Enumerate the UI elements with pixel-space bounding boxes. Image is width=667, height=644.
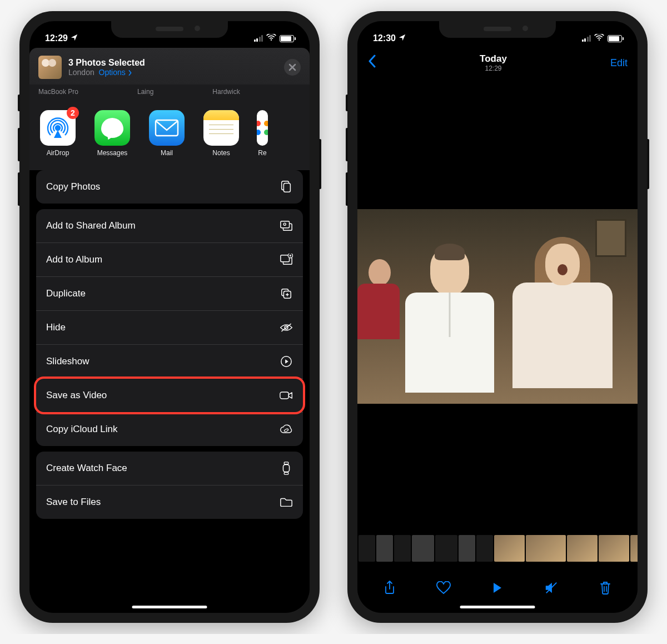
share-sheet: 3 Photos Selected London Options MacBook…: [29, 21, 310, 613]
action-add-shared-album[interactable]: Add to Shared Album: [36, 209, 303, 243]
thumb[interactable]: [630, 535, 638, 562]
photo-nav: Today 12:29 Edit: [357, 48, 638, 78]
thumb[interactable]: [494, 535, 525, 562]
phone-left: 12:29 3 Photos Selected London Op: [19, 11, 320, 623]
airdrop-targets-row: MacBook Pro Laing Hardwick: [29, 85, 310, 101]
reminders-icon: [257, 110, 268, 146]
status-time: 12:29: [45, 33, 68, 43]
svg-rect-4: [281, 221, 290, 228]
svg-rect-17: [284, 472, 288, 474]
thumb[interactable]: [599, 535, 629, 562]
mail-icon: [149, 110, 185, 146]
action-copy-photos[interactable]: Copy Photos: [36, 170, 303, 204]
hide-icon: [280, 321, 293, 334]
messages-icon: [94, 110, 130, 146]
thumb[interactable]: [359, 535, 375, 562]
back-button[interactable]: [367, 55, 376, 72]
thumb[interactable]: [376, 535, 393, 562]
nav-title: Today: [480, 53, 507, 65]
photo-view: Today 12:29 Edit: [357, 21, 638, 613]
share-thumbnail: [38, 56, 62, 79]
home-indicator[interactable]: [460, 606, 535, 608]
action-slideshow[interactable]: Slideshow: [36, 345, 303, 379]
notes-icon: [203, 110, 239, 146]
thumb-current[interactable]: [526, 535, 566, 562]
thumb[interactable]: [459, 535, 475, 562]
action-create-watch-face[interactable]: Create Watch Face: [36, 452, 303, 486]
action-hide[interactable]: Hide: [36, 311, 303, 345]
thumb[interactable]: [435, 535, 457, 562]
wifi-icon: [266, 33, 276, 43]
app-notes[interactable]: Notes: [202, 110, 241, 157]
play-circle-icon: [280, 355, 293, 368]
action-save-as-video[interactable]: Save as Video: [36, 379, 303, 413]
shared-album-icon: [280, 219, 293, 232]
app-reminders[interactable]: Re: [256, 110, 268, 157]
mute-button[interactable]: [543, 579, 560, 596]
share-title: 3 Photos Selected: [68, 58, 277, 68]
svg-point-14: [284, 428, 289, 432]
battery-icon: [280, 35, 294, 42]
cloud-link-icon: [280, 423, 293, 436]
share-app-row: 2 AirDrop Messages Mail: [29, 101, 310, 170]
action-copy-icloud-link[interactable]: Copy iCloud Link: [36, 413, 303, 446]
action-duplicate[interactable]: Duplicate: [36, 277, 303, 311]
trash-button[interactable]: [597, 579, 614, 596]
photo-main[interactable]: [357, 78, 638, 535]
options-link[interactable]: Options: [99, 68, 132, 77]
thumb[interactable]: [476, 535, 493, 562]
edit-button[interactable]: Edit: [610, 57, 628, 69]
share-button[interactable]: [381, 579, 398, 596]
svg-rect-15: [283, 465, 289, 472]
action-add-album[interactable]: Add to Album: [36, 243, 303, 277]
folder-icon: [280, 496, 293, 509]
photo-content: [357, 209, 638, 404]
copy-icon: [280, 180, 293, 194]
thumb[interactable]: [412, 535, 434, 562]
watch-icon: [280, 462, 293, 475]
app-mail[interactable]: Mail: [147, 110, 186, 157]
nav-subtitle: 12:29: [480, 65, 507, 72]
share-header: 3 Photos Selected London Options: [29, 48, 310, 85]
svg-rect-1: [156, 120, 178, 136]
signal-icon: [582, 35, 591, 42]
svg-rect-16: [284, 462, 288, 464]
app-airdrop[interactable]: 2 AirDrop: [38, 110, 77, 157]
action-list: Copy Photos Add to Shared Album: [29, 170, 310, 613]
duplicate-icon: [280, 287, 293, 300]
svg-rect-13: [280, 392, 288, 399]
location-arrow-icon: [71, 34, 78, 43]
svg-point-0: [56, 126, 60, 130]
favorite-button[interactable]: [435, 579, 452, 596]
signal-icon: [254, 35, 263, 42]
app-messages[interactable]: Messages: [93, 110, 132, 157]
close-button[interactable]: [284, 59, 301, 76]
phone-right: 12:30 Today 12:29: [347, 11, 648, 623]
video-icon: [280, 389, 293, 402]
airdrop-icon: 2: [40, 110, 76, 146]
location-arrow-icon: [399, 34, 406, 43]
thumb[interactable]: [567, 535, 598, 562]
battery-icon: [608, 35, 622, 42]
play-button[interactable]: [489, 579, 506, 596]
thumbnail-strip[interactable]: [357, 535, 638, 564]
notch: [111, 21, 228, 38]
svg-rect-2: [283, 184, 290, 192]
action-save-to-files[interactable]: Save to Files: [36, 486, 303, 519]
share-subtitle: London Options: [68, 68, 277, 77]
notch: [439, 21, 556, 38]
thumb[interactable]: [394, 535, 411, 562]
wifi-icon: [594, 33, 604, 43]
badge: 2: [67, 107, 79, 119]
status-time: 12:30: [373, 33, 396, 43]
home-indicator[interactable]: [132, 606, 207, 608]
add-album-icon: [280, 253, 293, 266]
